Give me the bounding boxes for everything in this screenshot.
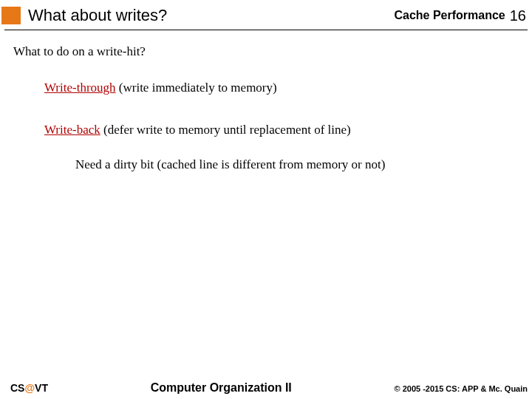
footer-course-title: Computer Organization II	[48, 381, 394, 395]
slide: What about writes? Cache Performance 16 …	[0, 0, 532, 399]
page-number: 16	[510, 7, 526, 24]
term-write-through: Write-through	[44, 81, 116, 95]
topic-label: Cache Performance	[394, 9, 505, 22]
option-write-through: Write-through (write immediately to memo…	[44, 80, 519, 97]
footer-org-suffix: VT	[35, 382, 48, 394]
accent-square	[1, 7, 21, 24]
slide-header: What about writes? Cache Performance 16	[0, 0, 532, 28]
slide-body: What to do on a write-hit? Write-through…	[0, 30, 532, 174]
slide-footer: CS@VT Computer Organization II © 2005 -2…	[0, 381, 532, 395]
desc-write-through: (write immediately to memory)	[116, 81, 277, 95]
desc-write-back: (defer write to memory until replacement…	[100, 123, 351, 137]
slide-title: What about writes?	[28, 6, 394, 25]
option-write-back: Write-back (defer write to memory until …	[44, 122, 519, 139]
footer-org: CS@VT	[10, 382, 48, 394]
footer-copyright: © 2005 -2015 CS: APP & Mc. Quain	[394, 384, 528, 393]
term-write-back: Write-back	[44, 123, 100, 137]
footer-org-at: @	[24, 382, 35, 394]
subpoint-dirty-bit: Need a dirty bit (cached line is differe…	[75, 157, 519, 174]
footer-org-prefix: CS	[10, 382, 24, 394]
question-text: What to do on a write-hit?	[13, 44, 519, 61]
